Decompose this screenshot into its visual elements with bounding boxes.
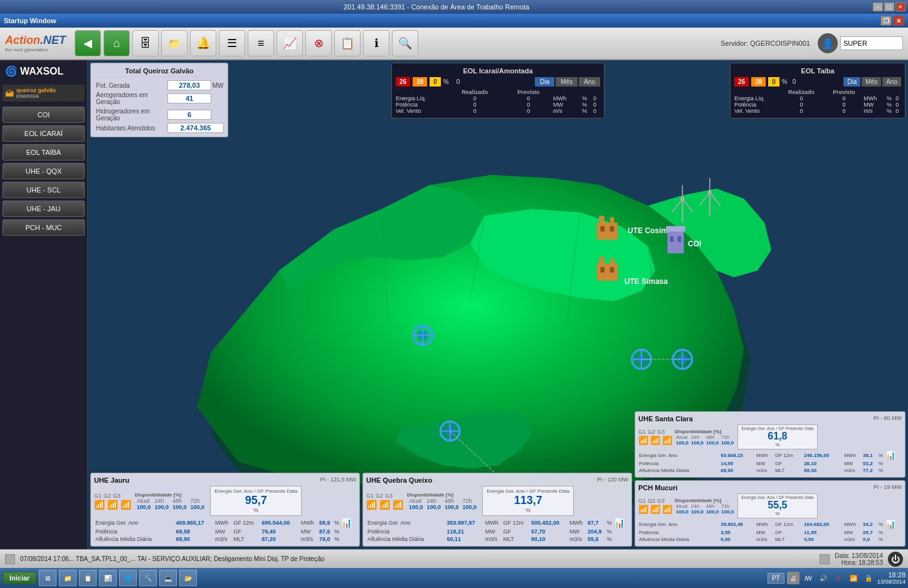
energia-liq-val1: 0: [446, 95, 504, 102]
sidebar-item-uhe-jau[interactable]: UHE - JAU: [3, 201, 85, 217]
language-selector[interactable]: PT: [768, 573, 784, 584]
eol-icarai-status3: 0: [430, 77, 441, 87]
eol-icarai-pct-val: 0: [457, 78, 460, 85]
potencia-label: Potência: [396, 102, 446, 108]
eol-icarai-status2: 28: [413, 77, 427, 87]
sidebar-item-coi[interactable]: COI: [3, 107, 85, 123]
vel-vento-label: Vel. Vento: [396, 108, 446, 114]
sidebar-item-uhe-qqx[interactable]: UHE - QQX: [3, 163, 85, 179]
waxsol-logo: 🌀 WAXSOL: [3, 63, 85, 80]
pot-gerada-value[interactable]: [167, 80, 211, 90]
status-message: 07/08/2014 17:06... TBA_SA.TPL1_00_... T…: [20, 555, 815, 562]
svg-rect-27: [670, 236, 673, 242]
hidrogeradores-value[interactable]: [167, 110, 211, 120]
taskbar: Iniciar 🖥 📁 📋 📊 🌐 🔧 💻 📂 PT 🖨 ꟿ 🔊 ⚠ 📶 🔒 1…: [0, 568, 908, 588]
eol-icarai-pct: %: [443, 78, 449, 85]
nav-button[interactable]: 📁: [161, 30, 187, 56]
taskbar-clock: 18:28 13/08/2014: [877, 571, 905, 585]
qq-chart-icon[interactable]: 📊: [614, 518, 628, 528]
db-button[interactable]: 🗄: [132, 30, 159, 56]
uhe-qq-g2-icon: 📶: [379, 500, 390, 510]
eol-taiba-status1: 26: [734, 77, 749, 87]
taskbar-btn-6[interactable]: 🔧: [139, 570, 157, 586]
qg-sub: ENERGIA: [16, 93, 56, 99]
energia-liq-pct: 0: [593, 95, 600, 102]
svg-point-14: [708, 190, 712, 194]
habitantes-value[interactable]: [167, 123, 224, 133]
alarm-button[interactable]: 🔔: [190, 30, 216, 56]
back-button[interactable]: ◀: [75, 30, 101, 56]
status-date-area: Data: 13/08/2014 Hora: 18:28:53: [835, 552, 883, 566]
taskbar-icon-2: ꟿ: [802, 572, 815, 584]
taskbar-btn-1[interactable]: 🖥: [39, 570, 56, 586]
jauru-energia-ano: Energia Ger. Ano: [94, 518, 176, 528]
jauru-chart-icon[interactable]: 📊: [341, 518, 356, 528]
content-area: UTE Cosima UTE Simasa: [88, 60, 908, 549]
taskbar-btn-3[interactable]: 📋: [79, 570, 97, 586]
title-min-btn[interactable]: −: [873, 3, 883, 11]
sidebar-item-pch-muc[interactable]: PCH - MUC: [3, 219, 85, 236]
taskbar-btn-5[interactable]: 🌐: [119, 570, 137, 586]
energia-ger-label: Energia Ger. Ano / GF Presente Data: [214, 488, 297, 494]
note-button[interactable]: 📋: [334, 30, 361, 56]
main-area: 🌀 WAXSOL 🏔 queiroz galvão ENERGIA COI EO…: [0, 60, 908, 549]
toolbar: Action.NET the next generation ◀ ⌂ 🗄 📁 🔔…: [0, 28, 908, 60]
window-restore-btn[interactable]: ❐: [880, 16, 892, 26]
vel-vento-unit: m/s: [553, 108, 582, 114]
user-input[interactable]: [840, 36, 903, 50]
status-scroll-btn[interactable]: [820, 554, 830, 564]
taskbar-btn-4[interactable]: 📊: [99, 570, 117, 586]
hidrogeradores-label: Hidrogeradores em Geração: [95, 107, 167, 123]
sidebar-item-uhe-scl[interactable]: UHE - SCL: [3, 182, 85, 198]
svg-rect-26: [666, 226, 685, 232]
uhe-sc-pi: PI - 60 MW: [874, 415, 902, 423]
uhe-sc-title: UHE Santa Clara: [638, 415, 693, 423]
taskbar-icon-6: 🔒: [862, 572, 875, 584]
window-close-btn[interactable]: ✕: [893, 16, 904, 26]
uhe-qq-title: UHE Quebra Queixo: [366, 476, 432, 484]
uhe-santa-clara-panel: UHE Santa Clara PI - 60 MW G1G2G3 📶 📶 📶: [635, 411, 905, 478]
waxsol-text: WAXSOL: [20, 66, 63, 77]
power-button[interactable]: ⏻: [888, 552, 903, 567]
title-max-btn[interactable]: □: [884, 3, 894, 11]
taiba-tab-ano[interactable]: Ano: [882, 77, 901, 87]
uhe-qq-g3-icon: 📶: [393, 500, 403, 510]
pch-chart-icon[interactable]: 📊: [885, 520, 902, 529]
svg-rect-18: [601, 226, 605, 232]
pch-pi: PI - 19 MW: [874, 484, 902, 491]
aerogeradores-value[interactable]: [167, 93, 211, 103]
home-button[interactable]: ⌂: [103, 30, 130, 56]
stop-button[interactable]: ⊗: [305, 30, 332, 56]
chart-button[interactable]: 📈: [277, 30, 303, 56]
cal-button[interactable]: 🔍: [392, 30, 418, 56]
sidebar-item-eol-icarai[interactable]: EOL ICARAÍ: [3, 125, 85, 142]
uhe-jauru-g1-icon: 📶: [94, 500, 105, 510]
title-bar-text: 201.49.38.146:3391 - Conexão de Área de …: [0, 3, 873, 11]
title-close-btn[interactable]: ✕: [895, 3, 905, 11]
hour-value: 18:28:53: [858, 559, 883, 566]
eol-icarai-title: EOL Icaraí/Amontada: [396, 67, 600, 75]
taiba-tab-dia[interactable]: Dia: [843, 77, 860, 87]
svg-rect-19: [610, 226, 615, 232]
svg-rect-16: [599, 216, 604, 224]
info-button[interactable]: ℹ: [363, 30, 389, 56]
pch-g1-icon: 📶: [638, 505, 648, 514]
tab-mes[interactable]: Mês: [556, 77, 578, 87]
sidebar-item-eol-taiba[interactable]: EOL TAÍBA: [3, 144, 85, 160]
start-button[interactable]: Iniciar: [3, 572, 36, 584]
list2-button[interactable]: ≡: [248, 30, 274, 56]
uhe-qq-g1-icon: 📶: [366, 500, 377, 510]
sc-chart-icon[interactable]: 📊: [885, 451, 902, 460]
list-button[interactable]: ☰: [219, 30, 245, 56]
taskbar-btn-7[interactable]: 💻: [159, 570, 177, 586]
tab-ano[interactable]: Ano: [579, 77, 600, 87]
tab-dia[interactable]: Dia: [535, 77, 554, 87]
taskbar-icon-1[interactable]: 🖨: [787, 572, 800, 584]
qg-text: queiroz galvão: [16, 87, 56, 93]
taskbar-btn-8[interactable]: 📂: [179, 570, 197, 586]
potencia-unit: MW: [553, 102, 582, 108]
taskbar-btn-2[interactable]: 📁: [59, 570, 77, 586]
pot-gerada-unit: MW: [213, 80, 224, 90]
taskbar-icon-4: ⚠: [832, 572, 845, 584]
taiba-tab-mes[interactable]: Mês: [862, 77, 881, 87]
